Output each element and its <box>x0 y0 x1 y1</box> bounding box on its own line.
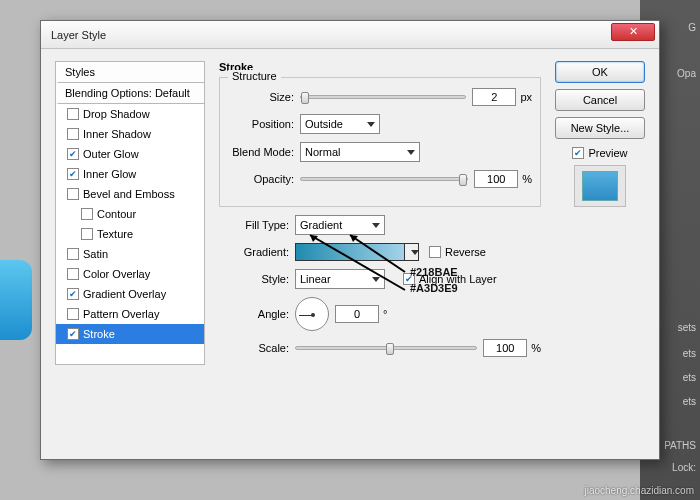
blend-mode-value: Normal <box>305 146 340 158</box>
style-item-checkbox[interactable] <box>81 228 93 240</box>
reverse-label: Reverse <box>445 246 486 258</box>
opacity-slider[interactable] <box>300 177 468 181</box>
close-button[interactable]: ✕ <box>611 23 655 41</box>
style-item-label: Pattern Overlay <box>83 308 159 320</box>
style-item-checkbox[interactable] <box>67 148 79 160</box>
style-item-gradient-overlay[interactable]: Gradient Overlay <box>56 284 204 304</box>
style-item-checkbox[interactable] <box>67 328 79 340</box>
fill-type-label: Fill Type: <box>219 219 289 231</box>
opacity-input[interactable]: 100 <box>474 170 518 188</box>
style-item-bevel-and-emboss[interactable]: Bevel and Emboss <box>56 184 204 204</box>
bg-ets-label-1: ets <box>683 348 696 359</box>
watermark: jiaocheng.chazidian.com <box>584 485 694 496</box>
position-label: Position: <box>224 118 294 130</box>
style-dropdown[interactable]: Linear <box>295 269 385 289</box>
bg-ets-label-2: ets <box>683 372 696 383</box>
chevron-down-icon <box>407 150 415 155</box>
blend-mode-dropdown[interactable]: Normal <box>300 142 420 162</box>
angle-dial[interactable] <box>295 297 329 331</box>
preview-swatch-inner <box>582 171 618 201</box>
style-item-checkbox[interactable] <box>67 128 79 140</box>
style-value: Linear <box>300 273 331 285</box>
annotation-hex-2: #A3D3E9 <box>410 282 458 294</box>
structure-group: Structure Size: 2 px Position: Outside B… <box>219 77 541 207</box>
style-item-checkbox[interactable] <box>67 248 79 260</box>
style-item-texture[interactable]: Texture <box>56 224 204 244</box>
style-item-stroke[interactable]: Stroke <box>56 324 204 344</box>
bg-paths-label: PATHS <box>664 440 696 451</box>
size-unit: px <box>520 91 532 103</box>
blending-options[interactable]: Blending Options: Default <box>56 83 204 104</box>
gradient-label: Gradient: <box>219 246 289 258</box>
chevron-down-icon <box>372 223 380 228</box>
annotation-hex-1: #218BAE <box>410 266 458 278</box>
style-item-label: Contour <box>97 208 136 220</box>
bg-g-label: G <box>688 22 696 33</box>
style-item-checkbox[interactable] <box>67 268 79 280</box>
structure-legend: Structure <box>228 70 281 82</box>
ok-button[interactable]: OK <box>555 61 645 83</box>
scale-slider[interactable] <box>295 346 477 350</box>
style-item-outer-glow[interactable]: Outer Glow <box>56 144 204 164</box>
blending-options-label: Blending Options: Default <box>65 87 190 99</box>
opacity-slider-thumb[interactable] <box>459 174 467 186</box>
style-item-checkbox[interactable] <box>67 308 79 320</box>
position-dropdown[interactable]: Outside <box>300 114 380 134</box>
style-item-pattern-overlay[interactable]: Pattern Overlay <box>56 304 204 324</box>
gradient-swatch[interactable] <box>295 243 405 261</box>
angle-input[interactable]: 0 <box>335 305 379 323</box>
styles-header[interactable]: Styles <box>56 62 204 83</box>
style-item-checkbox[interactable] <box>81 208 93 220</box>
style-item-label: Outer Glow <box>83 148 139 160</box>
angle-unit: ° <box>383 308 387 320</box>
style-item-drop-shadow[interactable]: Drop Shadow <box>56 104 204 124</box>
style-item-color-overlay[interactable]: Color Overlay <box>56 264 204 284</box>
style-item-satin[interactable]: Satin <box>56 244 204 264</box>
styles-header-label: Styles <box>65 66 95 78</box>
close-icon: ✕ <box>629 25 638 37</box>
gradient-picker-caret[interactable] <box>405 243 419 261</box>
size-slider-thumb[interactable] <box>301 92 309 104</box>
titlebar[interactable]: Layer Style ✕ <box>41 21 659 49</box>
style-item-label: Drop Shadow <box>83 108 150 120</box>
size-slider[interactable] <box>300 95 466 99</box>
style-item-inner-shadow[interactable]: Inner Shadow <box>56 124 204 144</box>
style-item-label: Stroke <box>83 328 115 340</box>
fill-type-dropdown[interactable]: Gradient <box>295 215 385 235</box>
style-item-label: Satin <box>83 248 108 260</box>
bg-opa-label: Opa <box>677 68 696 79</box>
style-item-label: Inner Shadow <box>83 128 151 140</box>
chevron-down-icon <box>367 122 375 127</box>
bg-sets-label: sets <box>678 322 696 333</box>
scale-unit: % <box>531 342 541 354</box>
style-item-label: Bevel and Emboss <box>83 188 175 200</box>
scale-slider-thumb[interactable] <box>386 343 394 355</box>
style-item-label: Color Overlay <box>83 268 150 280</box>
style-item-inner-glow[interactable]: Inner Glow <box>56 164 204 184</box>
stroke-panel: Stroke Structure Size: 2 px Position: Ou… <box>219 61 541 365</box>
bg-ets-label-3: ets <box>683 396 696 407</box>
style-item-checkbox[interactable] <box>67 168 79 180</box>
preview-swatch <box>574 165 626 207</box>
style-item-checkbox[interactable] <box>67 108 79 120</box>
style-item-label: Gradient Overlay <box>83 288 166 300</box>
styles-list: Styles Blending Options: Default Drop Sh… <box>55 61 205 365</box>
blend-mode-label: Blend Mode: <box>224 146 294 158</box>
chevron-down-icon <box>411 250 419 255</box>
preview-checkbox[interactable] <box>572 147 584 159</box>
opacity-unit: % <box>522 173 532 185</box>
layer-style-window: Layer Style ✕ Styles Blending Options: D… <box>40 20 660 460</box>
style-item-label: Texture <box>97 228 133 240</box>
size-input[interactable]: 2 <box>472 88 516 106</box>
scale-input[interactable]: 100 <box>483 339 527 357</box>
style-item-checkbox[interactable] <box>67 288 79 300</box>
style-item-checkbox[interactable] <box>67 188 79 200</box>
bg-lock-label: Lock: <box>672 462 696 473</box>
reverse-checkbox[interactable] <box>429 246 441 258</box>
window-title: Layer Style <box>51 29 106 41</box>
cancel-button[interactable]: Cancel <box>555 89 645 111</box>
fill-type-value: Gradient <box>300 219 342 231</box>
style-item-contour[interactable]: Contour <box>56 204 204 224</box>
new-style-button[interactable]: New Style... <box>555 117 645 139</box>
background-layer-thumb <box>0 260 32 340</box>
